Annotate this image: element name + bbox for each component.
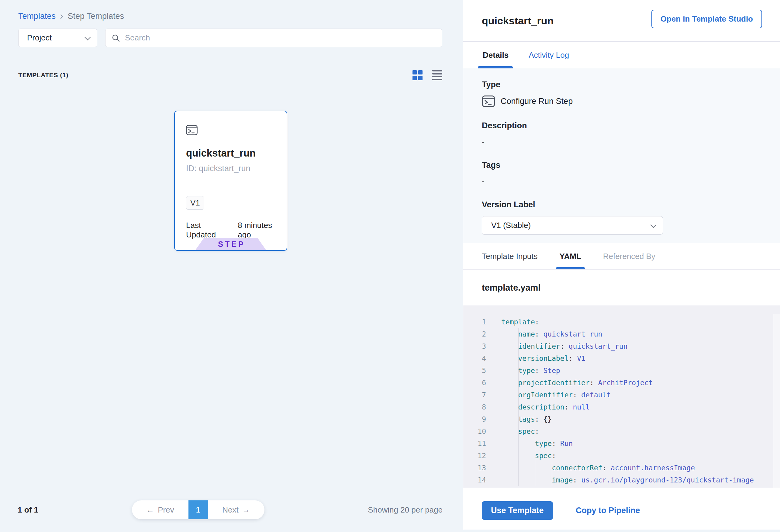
run-step-terminal-icon — [482, 95, 495, 107]
yaml-line: 7 orgIdentifier: default — [463, 389, 780, 401]
yaml-line: 14 image: us.gcr.io/playground-123/quick… — [463, 474, 780, 486]
yaml-line: 11 type: Run — [463, 437, 780, 450]
yaml-line: 2 name: quickstart_run — [463, 328, 780, 340]
copy-to-pipeline-link[interactable]: Copy to Pipeline — [576, 506, 640, 515]
subtab-yaml[interactable]: YAML — [559, 243, 581, 269]
yaml-line: 1template: — [463, 316, 780, 328]
tags-label: Tags — [482, 160, 780, 170]
last-updated-value: 8 minutes ago — [238, 221, 287, 240]
yaml-file-name: template.yaml — [482, 283, 540, 293]
list-view-icon[interactable] — [432, 70, 442, 80]
per-page-label: Showing 20 per page — [368, 505, 443, 515]
subtab-referenced-by[interactable]: Referenced By — [603, 243, 655, 269]
templates-count-label: TEMPLATES (1) — [18, 71, 68, 79]
scope-dropdown[interactable]: Project — [18, 29, 97, 47]
card-divider — [186, 186, 279, 186]
version-select[interactable]: V1 (Stable) — [482, 216, 663, 235]
details-subtab-bar: Template Inputs YAML Referenced By — [463, 243, 780, 270]
template-details-panel: quickstart_run Open in Template Studio D… — [463, 0, 780, 530]
tab-details[interactable]: Details — [483, 42, 508, 68]
card-title: quickstart_run — [186, 147, 287, 159]
description-value: - — [482, 137, 780, 147]
open-in-template-studio-button[interactable]: Open in Template Studio — [651, 10, 762, 28]
yaml-line: 4 versionLabel: V1 — [463, 352, 780, 365]
details-tab-bar: Details Activity Log — [463, 42, 780, 68]
description-label: Description — [482, 121, 780, 131]
yaml-editor[interactable]: 1template:2 name: quickstart_run3 identi… — [463, 306, 780, 488]
yaml-line: 6 projectIdentifier: ArchitProject — [463, 377, 780, 389]
next-page-button[interactable]: Next → — [208, 500, 264, 519]
breadcrumb-templates-link[interactable]: Templates — [18, 11, 56, 21]
chevron-down-icon — [85, 34, 91, 40]
view-toggles — [412, 70, 442, 80]
yaml-line: 12 spec: — [463, 450, 780, 462]
version-label: Version Label — [482, 200, 780, 209]
next-arrow-icon: → — [242, 505, 250, 515]
run-step-terminal-icon — [186, 125, 198, 135]
template-card[interactable]: quickstart_run ID: quickstart_run V1 Las… — [174, 111, 287, 251]
next-label: Next — [222, 505, 238, 515]
tab-activity-log[interactable]: Activity Log — [529, 42, 569, 68]
details-body: Type Configure Run Step Description - Ta… — [463, 68, 780, 243]
last-updated-label: Last Updated — [186, 221, 232, 240]
details-actions: Use Template Copy to Pipeline — [463, 501, 780, 520]
scope-dropdown-value: Project — [27, 33, 52, 43]
tags-value: - — [482, 177, 780, 186]
yaml-line: 9 tags: {} — [463, 413, 780, 425]
step-type-ribbon-label: STEP — [216, 240, 245, 249]
prev-arrow-icon: ← — [146, 505, 154, 515]
yaml-file-header: template.yaml — [463, 270, 780, 306]
yaml-line: 3 identifier: quickstart_run — [463, 340, 780, 352]
templates-list-panel: Templates › Step Templates Project TEMPL… — [0, 0, 463, 532]
details-title: quickstart_run — [482, 15, 553, 27]
list-header: TEMPLATES (1) — [18, 70, 442, 80]
pagination: ← Prev 1 Next → — [132, 500, 264, 519]
subtab-template-inputs[interactable]: Template Inputs — [482, 243, 538, 269]
type-value-row: Configure Run Step — [482, 95, 780, 107]
prev-page-button[interactable]: ← Prev — [132, 500, 189, 519]
version-badge: V1 — [186, 196, 204, 210]
type-value: Configure Run Step — [501, 97, 573, 106]
type-label: Type — [482, 80, 780, 89]
grid-view-icon[interactable] — [412, 70, 423, 80]
breadcrumb-separator-icon: › — [60, 11, 63, 20]
breadcrumb-current: Step Templates — [67, 11, 124, 21]
version-select-value: V1 (Stable) — [491, 221, 531, 230]
details-header: quickstart_run Open in Template Studio — [463, 0, 780, 42]
yaml-line: 13 connectorRef: account.harnessImage — [463, 462, 780, 474]
prev-label: Prev — [158, 505, 174, 515]
chevron-down-icon — [650, 222, 656, 228]
current-page-button[interactable]: 1 — [189, 500, 208, 519]
use-template-button[interactable]: Use Template — [482, 501, 553, 520]
step-type-ribbon: STEP — [195, 238, 266, 250]
page-summary: 1 of 1 — [18, 505, 38, 515]
card-last-updated: Last Updated 8 minutes ago — [186, 221, 287, 240]
yaml-line: 8 description: null — [463, 401, 780, 413]
yaml-code-lines: 1template:2 name: quickstart_run3 identi… — [463, 306, 780, 486]
search-icon — [111, 34, 120, 42]
breadcrumb: Templates › Step Templates — [18, 11, 124, 21]
filters-row: Project — [18, 29, 442, 47]
search-box[interactable] — [105, 29, 442, 47]
yaml-line: 10 spec: — [463, 425, 780, 437]
card-id: ID: quickstart_run — [186, 164, 287, 173]
yaml-line: 5 type: Step — [463, 365, 780, 377]
search-input[interactable] — [125, 33, 436, 43]
